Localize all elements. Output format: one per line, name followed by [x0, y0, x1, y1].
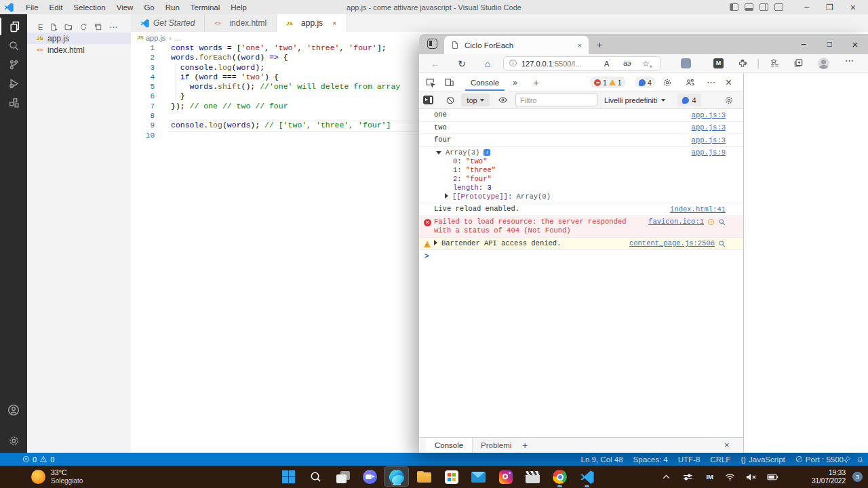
browser-tab-ciclo-foreach[interactable]: Ciclo ForEach × — [444, 36, 589, 54]
settings-gear-icon[interactable] — [0, 432, 27, 449]
statusbar-ln-9-col-48[interactable]: Ln 9, Col 48 — [581, 455, 623, 464]
tab-index-html[interactable]: <> index.html — [205, 14, 277, 32]
favorites-icon[interactable] — [769, 58, 779, 68]
context-selector[interactable]: top — [461, 94, 490, 106]
profile-avatar[interactable] — [818, 58, 829, 69]
vscode-taskbar-icon[interactable] — [578, 468, 595, 485]
live-expression-eye-icon[interactable] — [497, 94, 509, 106]
file-item-appjs[interactable]: JS app.js — [27, 33, 131, 44]
notification-count-badge[interactable]: 3 — [852, 472, 863, 482]
notifications-bell-icon[interactable] — [856, 455, 864, 463]
source-link[interactable]: app.js:3 — [692, 111, 726, 121]
more-tabs-icon[interactable]: » — [509, 77, 521, 88]
task-view-icon[interactable] — [334, 468, 351, 485]
extension-icon-m[interactable]: M — [713, 58, 724, 68]
file-item-indexhtml[interactable]: <> index.html — [27, 44, 131, 56]
new-tab-button[interactable]: + — [597, 39, 602, 50]
error-warning-badges[interactable]: 1 1 — [590, 77, 626, 88]
log-levels-dropdown[interactable]: Livelli predefiniti — [604, 92, 665, 109]
run-debug-icon[interactable] — [0, 75, 27, 92]
edge-minimize-button[interactable]: – — [791, 39, 816, 49]
refresh-icon[interactable]: ↻ — [456, 58, 468, 70]
address-bar[interactable]: ⓘ 127.0.0.1:5500/i... Aʹ aэ ☆+ — [503, 56, 661, 70]
tab-app-js[interactable]: JS app.js × — [277, 14, 347, 32]
edge-more-menu-icon[interactable]: ⋯ — [845, 56, 854, 66]
refresh-icon[interactable] — [79, 23, 87, 31]
accounts-icon[interactable] — [0, 401, 27, 419]
wifi-icon[interactable] — [725, 466, 735, 488]
edge-maximize-button[interactable]: □ — [816, 39, 842, 49]
drawer-tab-console[interactable]: Console — [426, 438, 473, 453]
devtools-tab-console[interactable]: Console — [462, 73, 508, 92]
expand-caret-icon[interactable] — [445, 193, 448, 199]
extensions-puzzle-icon[interactable] — [738, 59, 747, 68]
breadcrumb-more[interactable]: ... — [175, 34, 181, 42]
statusbar-crlf[interactable]: CRLF — [710, 455, 730, 464]
read-aloud-icon[interactable]: Aʹ — [604, 59, 610, 68]
feedback-icon[interactable] — [844, 455, 851, 463]
drawer-close-icon[interactable]: × — [724, 440, 730, 450]
browser-page-area[interactable] — [743, 73, 868, 453]
drawer-add-icon[interactable]: + — [522, 440, 528, 451]
devtools-feedback-icon[interactable] — [684, 77, 696, 88]
vscode-restore-button[interactable]: ❐ — [821, 3, 839, 12]
weather-widget[interactable]: 33°CSoleggiato — [31, 466, 83, 488]
source-link[interactable]: app.js:9 — [692, 148, 726, 158]
clock[interactable]: 19:3331/07/2022 — [812, 469, 846, 485]
devtools-close-icon[interactable]: × — [723, 77, 734, 88]
new-folder-icon[interactable] — [64, 23, 73, 31]
clear-console-icon[interactable] — [444, 94, 456, 106]
menu-view[interactable]: View — [111, 3, 139, 12]
console-settings-gear-icon[interactable] — [723, 94, 734, 106]
menu-go[interactable]: Go — [138, 3, 159, 12]
console-filter-input[interactable]: Filtro — [515, 94, 597, 106]
collapse-folders-icon[interactable] — [94, 23, 102, 31]
file-explorer-icon[interactable] — [416, 468, 433, 485]
start-button[interactable] — [280, 468, 297, 485]
source-link[interactable]: content_page.js:2506 — [629, 239, 715, 249]
collections-icon[interactable] — [793, 58, 804, 68]
collapse-caret-icon[interactable] — [436, 151, 441, 155]
taskbar-search-icon[interactable] — [307, 468, 324, 485]
home-icon[interactable]: ⌂ — [481, 58, 494, 70]
vscode-close-button[interactable]: × — [845, 2, 861, 13]
back-icon[interactable]: ← — [429, 58, 441, 70]
breadcrumb-file[interactable]: app.js — [146, 34, 165, 42]
toggle-sidebar-icon[interactable] — [730, 3, 738, 11]
console-sidebar-icon[interactable] — [422, 94, 434, 106]
extensions-icon[interactable] — [0, 94, 27, 111]
statusbar-javascript[interactable]: {}JavaScript — [741, 455, 785, 464]
microsoft-store-icon[interactable] — [443, 468, 460, 485]
translate-icon[interactable]: aэ — [623, 59, 631, 67]
drawer-tab-problemi[interactable]: Problemi — [472, 438, 520, 453]
source-link[interactable]: favicon.ico:1 — [648, 218, 704, 227]
tab-close-icon[interactable]: × — [332, 19, 336, 27]
source-link[interactable]: index.html:41 — [670, 205, 726, 215]
menu-terminal[interactable]: Terminal — [185, 3, 225, 12]
input-language-indicator[interactable]: IM — [706, 466, 713, 488]
menu-run[interactable]: Run — [160, 3, 185, 12]
tab-close-icon[interactable]: × — [578, 41, 582, 49]
toggle-panel-icon[interactable] — [745, 3, 753, 11]
menu-selection[interactable]: Selection — [68, 3, 111, 12]
problems-status[interactable]: 0 0 — [22, 455, 54, 464]
instagram-icon[interactable] — [497, 468, 514, 485]
video-editor-icon[interactable] — [524, 468, 541, 485]
array-property[interactable]: [[Prototype]]: Array(0) — [445, 192, 724, 201]
search-icon[interactable] — [0, 37, 27, 54]
tab-get-started[interactable]: Get Started — [131, 14, 205, 32]
menu-file[interactable]: File — [20, 3, 44, 12]
messages-badge[interactable]: 4 — [635, 77, 656, 88]
volume-muted-icon[interactable] — [746, 466, 757, 488]
edge-taskbar-icon[interactable] — [388, 468, 405, 485]
tray-expand-chevron-icon[interactable] — [663, 466, 670, 488]
vscode-minimize-button[interactable]: – — [799, 3, 814, 12]
mail-icon[interactable] — [470, 468, 487, 485]
menu-edit[interactable]: Edit — [44, 3, 68, 12]
explorer-more-actions-icon[interactable]: ⋯ — [109, 22, 117, 32]
device-toolbar-icon[interactable] — [443, 77, 455, 88]
statusbar-utf-8[interactable]: UTF-8 — [678, 455, 701, 464]
customize-layout-icon[interactable] — [774, 3, 783, 11]
chrome-icon[interactable] — [551, 468, 568, 485]
edge-close-button[interactable]: × — [842, 39, 868, 50]
